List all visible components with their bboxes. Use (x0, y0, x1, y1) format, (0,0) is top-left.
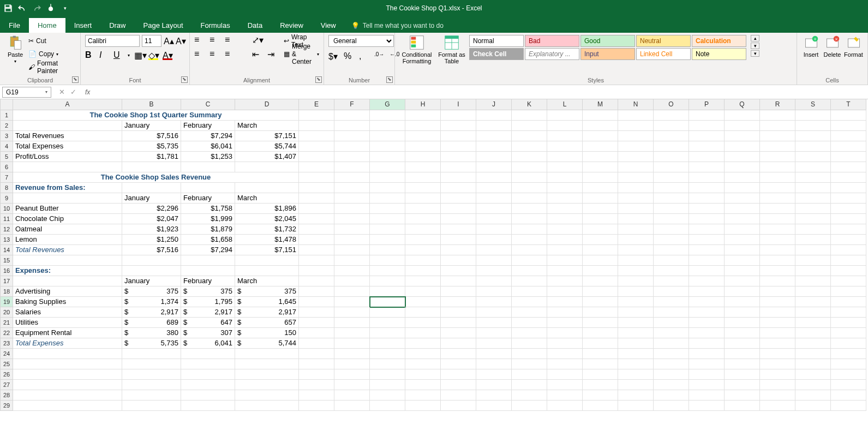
cell-S20[interactable] (795, 307, 831, 318)
cell-J5[interactable] (476, 152, 512, 162)
cell-L23[interactable] (547, 338, 583, 349)
cell-I22[interactable] (441, 328, 476, 338)
cell-E20[interactable] (299, 307, 334, 318)
cell-F27[interactable] (334, 380, 370, 390)
increase-decimal-button[interactable]: .0→ (374, 51, 384, 61)
cell-T26[interactable] (831, 369, 866, 380)
cell-C13[interactable]: $1,658 (181, 235, 235, 245)
cell-T14[interactable] (831, 245, 866, 255)
cell-L6[interactable] (547, 162, 583, 172)
row-header-26[interactable]: 26 (0, 369, 13, 380)
cell-A8[interactable]: Revenue from Sales: (13, 183, 122, 193)
cell-T22[interactable] (831, 328, 866, 338)
cell-Q19[interactable] (725, 297, 760, 307)
cell-R4[interactable] (760, 141, 795, 152)
cell-Q16[interactable] (725, 266, 760, 276)
cell-Q20[interactable] (725, 307, 760, 318)
align-right-icon[interactable]: ≡ (225, 49, 235, 59)
row-header-4[interactable]: 4 (0, 141, 13, 152)
cell-E10[interactable] (299, 204, 334, 214)
column-header-G[interactable]: G (370, 99, 405, 110)
row-header-10[interactable]: 10 (0, 204, 13, 214)
copy-button[interactable]: 📄Copy▾ (28, 48, 76, 60)
cell-C29[interactable] (181, 401, 235, 411)
cell-C16[interactable] (181, 266, 235, 276)
cell-Q8[interactable] (725, 183, 760, 193)
cell-C15[interactable] (181, 255, 235, 266)
column-header-T[interactable]: T (831, 99, 866, 110)
cell-P25[interactable] (689, 359, 725, 369)
cell-B29[interactable] (122, 401, 181, 411)
cell-D13[interactable]: $1,478 (235, 235, 299, 245)
cell-I8[interactable] (441, 183, 476, 193)
cell-I7[interactable] (441, 172, 476, 183)
cell-L7[interactable] (547, 172, 583, 183)
cell-H1[interactable] (405, 110, 441, 121)
cell-A5[interactable]: Profit/Loss (13, 152, 122, 162)
cell-D4[interactable]: $5,744 (235, 141, 299, 152)
cell-G2[interactable] (370, 121, 405, 131)
cell-M24[interactable] (583, 349, 618, 359)
cell-S11[interactable] (795, 214, 831, 224)
cell-F5[interactable] (334, 152, 370, 162)
cell-M4[interactable] (583, 141, 618, 152)
cell-B18[interactable]: $375 (122, 286, 181, 297)
cell-style-check-cell[interactable]: Check Cell (469, 48, 524, 60)
cell-D3[interactable]: $7,151 (235, 131, 299, 141)
column-header-M[interactable]: M (583, 99, 618, 110)
cell-E4[interactable] (299, 141, 334, 152)
cell-L5[interactable] (547, 152, 583, 162)
cell-I9[interactable] (441, 193, 476, 204)
cell-B10[interactable]: $2,296 (122, 204, 181, 214)
cell-style-calculation[interactable]: Calculation (692, 35, 746, 47)
cell-N7[interactable] (618, 172, 654, 183)
cell-J23[interactable] (476, 338, 512, 349)
row-header-12[interactable]: 12 (0, 224, 13, 235)
cell-F10[interactable] (334, 204, 370, 214)
alignment-dialog-launcher[interactable]: ⬊ (315, 76, 322, 83)
cell-K16[interactable] (512, 266, 547, 276)
cell-J19[interactable] (476, 297, 512, 307)
cell-E17[interactable] (299, 276, 334, 286)
row-header-24[interactable]: 24 (0, 349, 13, 359)
shrink-font-icon[interactable]: A▾ (176, 36, 185, 46)
cell-B17[interactable]: January (122, 276, 181, 286)
cell-M25[interactable] (583, 359, 618, 369)
row-header-8[interactable]: 8 (0, 183, 13, 193)
cell-K4[interactable] (512, 141, 547, 152)
cell-J26[interactable] (476, 369, 512, 380)
cell-P28[interactable] (689, 390, 725, 401)
cell-T7[interactable] (831, 172, 866, 183)
cell-R13[interactable] (760, 235, 795, 245)
cell-L15[interactable] (547, 255, 583, 266)
cell-N26[interactable] (618, 369, 654, 380)
cell-E11[interactable] (299, 214, 334, 224)
cell-F1[interactable] (334, 110, 370, 121)
cell-J8[interactable] (476, 183, 512, 193)
cell-A6[interactable] (13, 162, 122, 172)
cell-H25[interactable] (405, 359, 441, 369)
row-header-5[interactable]: 5 (0, 152, 13, 162)
cell-K5[interactable] (512, 152, 547, 162)
cell-style-good[interactable]: Good (580, 35, 635, 47)
cell-N10[interactable] (618, 204, 654, 214)
cell-N14[interactable] (618, 245, 654, 255)
cell-E25[interactable] (299, 359, 334, 369)
cell-G26[interactable] (370, 369, 405, 380)
cell-N16[interactable] (618, 266, 654, 276)
cell-N6[interactable] (618, 162, 654, 172)
italic-button[interactable]: I (99, 50, 109, 60)
cell-H4[interactable] (405, 141, 441, 152)
cell-R2[interactable] (760, 121, 795, 131)
cell-T25[interactable] (831, 359, 866, 369)
cell-C24[interactable] (181, 349, 235, 359)
cell-A7[interactable]: The Cookie Shop Sales Revenue (13, 172, 299, 183)
cell-M20[interactable] (583, 307, 618, 318)
cell-N22[interactable] (618, 328, 654, 338)
cell-B9[interactable]: January (122, 193, 181, 204)
cell-I15[interactable] (441, 255, 476, 266)
cell-F19[interactable] (334, 297, 370, 307)
cell-M23[interactable] (583, 338, 618, 349)
cell-O4[interactable] (654, 141, 689, 152)
cell-E13[interactable] (299, 235, 334, 245)
